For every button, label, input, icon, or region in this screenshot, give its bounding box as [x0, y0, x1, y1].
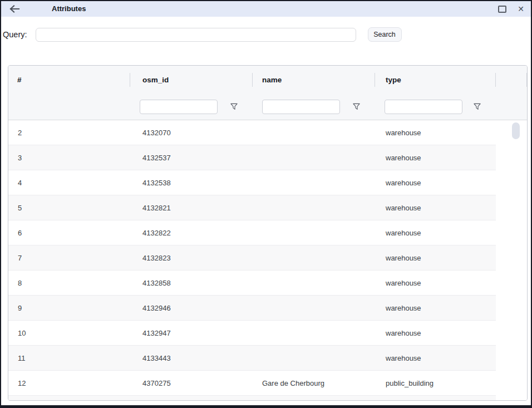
column-header-index[interactable]: #	[8, 66, 130, 94]
filter-cell-name	[253, 94, 375, 120]
cell-index: 7	[8, 254, 130, 262]
window-title: Attributes	[52, 4, 86, 13]
cell-osm-id: 4132858	[130, 279, 253, 287]
table-row[interactable]: 11 4133443 warehouse	[8, 346, 496, 371]
partial-row	[8, 396, 496, 400]
vertical-scrollbar-thumb[interactable]	[512, 122, 520, 139]
cell-type: warehouse	[375, 329, 496, 337]
table-row[interactable]: 2 4132070 warehouse	[8, 120, 496, 145]
table-row[interactable]: 5 4132821 warehouse	[8, 195, 496, 220]
cell-index: 11	[8, 354, 130, 362]
column-header-osm-id[interactable]: osm_id	[130, 66, 253, 94]
cell-osm-id: 4132821	[130, 204, 253, 212]
back-arrow-icon	[9, 5, 20, 13]
cell-osm-id: 4132537	[130, 154, 253, 162]
cell-osm-id: 4132823	[130, 254, 253, 262]
table-row[interactable]: 12 4370275 Gare de Cherbourg public_buil…	[8, 371, 496, 396]
cell-type: warehouse	[375, 279, 496, 287]
cell-index: 3	[8, 154, 130, 162]
search-button[interactable]: Search	[368, 27, 402, 42]
cell-index: 6	[8, 229, 130, 237]
close-icon[interactable]: ✕	[516, 4, 525, 14]
cell-osm-id: 4133443	[130, 354, 253, 362]
cell-type: warehouse	[375, 304, 496, 312]
cell-index: 12	[8, 379, 130, 387]
header-row: # osm_id name type	[8, 66, 527, 94]
attributes-table: # osm_id name type	[8, 65, 528, 401]
table-row[interactable]: 4 4132538 warehouse	[8, 170, 496, 195]
column-header-name[interactable]: name	[253, 66, 375, 94]
table-row[interactable]: 6 4132822 warehouse	[8, 220, 496, 245]
cell-osm-id: 4132822	[130, 229, 253, 237]
titlebar: Attributes ✕	[1, 1, 531, 17]
filter-funnel-icon-type[interactable]	[472, 102, 482, 112]
cell-osm-id: 4132946	[130, 304, 253, 312]
table-row[interactable]: 8 4132858 warehouse	[8, 271, 496, 296]
query-input[interactable]	[36, 28, 356, 42]
cell-index: 10	[8, 329, 130, 337]
table-body: 2 4132070 warehouse 3 4132537 warehouse …	[8, 120, 527, 400]
filter-input-type[interactable]	[385, 100, 462, 114]
query-label: Query:	[3, 30, 27, 39]
filter-cell-index	[8, 94, 130, 120]
cell-type: warehouse	[375, 154, 496, 162]
table-header: # osm_id name type	[8, 66, 527, 120]
cell-index: 9	[8, 304, 130, 312]
cell-type: warehouse	[375, 204, 496, 212]
cell-type: warehouse	[375, 179, 496, 187]
cell-osm-id: 4132538	[130, 179, 253, 187]
cell-index: 2	[8, 129, 130, 137]
filter-input-name[interactable]	[262, 100, 340, 114]
table-row[interactable]: 9 4132946 warehouse	[8, 296, 496, 321]
table-row[interactable]: 7 4132823 warehouse	[8, 245, 496, 271]
cell-osm-id: 4370275	[130, 379, 253, 387]
filter-funnel-icon-osm-id[interactable]	[229, 102, 239, 112]
cell-type: warehouse	[375, 229, 496, 237]
cell-type: public_building	[375, 379, 496, 387]
filter-row	[8, 94, 527, 120]
filter-input-osm-id[interactable]	[140, 100, 218, 114]
cell-index: 5	[8, 204, 130, 212]
cell-name: Gare de Cherbourg	[253, 379, 375, 387]
cell-osm-id: 4132070	[130, 129, 253, 137]
filter-cell-type	[375, 94, 496, 120]
cell-index: 8	[8, 279, 130, 287]
table-rows: 2 4132070 warehouse 3 4132537 warehouse …	[8, 120, 527, 396]
maximize-icon[interactable]	[498, 6, 506, 13]
cell-osm-id: 4132947	[130, 329, 253, 337]
cell-index: 4	[8, 179, 130, 187]
back-button[interactable]	[8, 3, 21, 15]
cell-type: warehouse	[375, 354, 496, 362]
query-bar: Query: Search	[3, 27, 402, 42]
column-header-type[interactable]: type	[375, 66, 496, 94]
table-row[interactable]: 10 4132947 warehouse	[8, 321, 496, 346]
cell-type: warehouse	[375, 254, 496, 262]
filter-cell-osm-id	[130, 94, 253, 120]
filter-cell-spacer	[496, 94, 527, 120]
column-header-spacer	[496, 66, 527, 94]
table-row[interactable]: 3 4132537 warehouse	[8, 145, 496, 170]
filter-funnel-icon-name[interactable]	[351, 102, 361, 112]
cell-type: warehouse	[375, 129, 496, 137]
attributes-window: Attributes ✕ Query: Search # osm_id name…	[0, 0, 532, 408]
window-controls: ✕	[498, 1, 525, 17]
